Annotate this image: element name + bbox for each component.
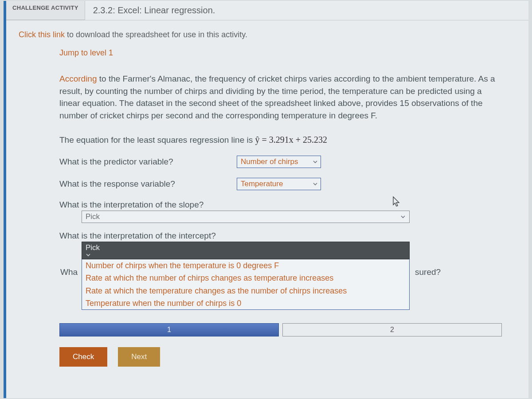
activity-panel: CHALLENGE ACTIVITY 2.3.2: Excel: Linear …	[4, 1, 528, 398]
next-button[interactable]: Next	[118, 347, 160, 367]
chevron-down-icon	[313, 181, 318, 187]
challenge-badge: CHALLENGE ACTIVITY	[6, 1, 85, 20]
download-link[interactable]: Click this link	[19, 30, 65, 39]
check-button[interactable]: Check	[59, 347, 107, 367]
slope-value: Pick	[86, 212, 100, 221]
intro-lead: According	[59, 74, 97, 83]
question-predictor: What is the predictor variable? Number o…	[59, 156, 502, 168]
jump-link[interactable]: Jump to level 1	[59, 48, 113, 58]
equation-math: ŷ = 3.291x + 25.232	[255, 135, 327, 145]
progress-step-2[interactable]: 2	[282, 323, 502, 336]
header: CHALLENGE ACTIVITY 2.3.2: Excel: Linear …	[6, 1, 528, 20]
progress-bar: 1 2	[59, 323, 502, 336]
obscured-text-right: sured?	[415, 267, 441, 277]
intercept-option[interactable]: Temperature when the number of chirps is…	[82, 297, 409, 309]
equation-line: The equation for the least squares regre…	[59, 135, 502, 145]
download-rest: to download the spreadsheet for use in t…	[65, 30, 247, 39]
question-response: What is the response variable? Temperatu…	[59, 178, 502, 190]
intercept-option[interactable]: Rate at which the number of chirps chang…	[82, 272, 409, 284]
predictor-value: Number of chirps	[241, 157, 298, 166]
equation-pre: The equation for the least squares regre…	[59, 135, 255, 145]
cursor-icon	[392, 196, 401, 207]
response-value: Temperature	[241, 180, 283, 188]
slope-label: What is the interpretation of the slope?	[59, 200, 502, 210]
download-row: Click this link to download the spreadsh…	[6, 20, 528, 44]
intro-paragraph: According to the Farmer's Almanac, the f…	[59, 73, 502, 121]
chevron-down-icon	[400, 214, 406, 219]
obscured-text-left: Wha	[60, 267, 78, 277]
chevron-down-icon	[313, 159, 318, 164]
predictor-label: What is the predictor variable?	[59, 157, 237, 167]
intercept-label: What is the interpretation of the interc…	[59, 231, 502, 241]
response-label: What is the response variable?	[59, 179, 237, 189]
intercept-option[interactable]: Rate at which the temperature changes as…	[82, 285, 409, 297]
content-area: Jump to level 1 According to the Farmer'…	[6, 44, 528, 367]
intercept-select[interactable]: Pick	[82, 242, 410, 259]
intercept-option[interactable]: Number of chirps when the temperature is…	[82, 259, 409, 272]
intercept-options: Number of chirps when the temperature is…	[82, 259, 410, 310]
progress-step-1[interactable]: 1	[59, 323, 279, 336]
intro-rest: to the Farmer's Almanac, the frequency o…	[59, 74, 495, 120]
response-select[interactable]: Temperature	[237, 178, 321, 190]
predictor-select[interactable]: Number of chirps	[237, 156, 321, 168]
button-row: Check Next	[59, 347, 502, 367]
intercept-select-open: Wha sured? Pick Number of chirps when th…	[82, 242, 410, 310]
slope-select[interactable]: Pick	[82, 211, 410, 223]
intercept-value: Pick	[86, 243, 100, 252]
activity-title: 2.3.2: Excel: Linear regression.	[85, 1, 223, 20]
chevron-down-icon	[86, 252, 398, 258]
